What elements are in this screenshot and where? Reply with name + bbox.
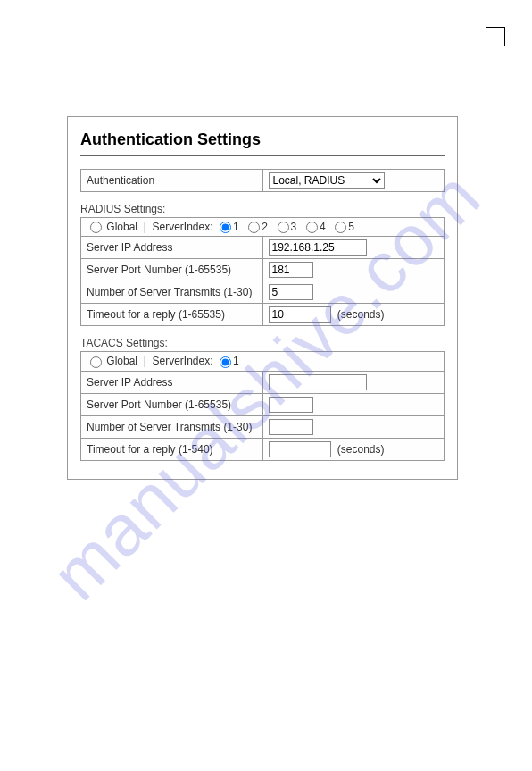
radius-serverindex-radio-1[interactable] <box>220 222 231 233</box>
radius-opt-1: 1 <box>233 221 239 233</box>
radius-timeout-row: Timeout for a reply (1-65535) (seconds) <box>81 304 445 326</box>
authentication-select[interactable]: Local, RADIUS <box>269 172 385 189</box>
tacacs-timeout-row: Timeout for a reply (1-540) (seconds) <box>81 438 445 460</box>
tacacs-transmits-row: Number of Server Transmits (1-30) <box>81 415 445 438</box>
authentication-table: Authentication Local, RADIUS <box>80 169 445 192</box>
tacacs-table: Global | ServerIndex: 1 Server IP Addres… <box>80 351 445 460</box>
tacacs-ip-row: Server IP Address <box>81 371 445 393</box>
radius-timeout-label: Timeout for a reply (1-65535) <box>81 304 263 326</box>
authentication-row: Authentication Local, RADIUS <box>81 170 445 192</box>
radius-index-row: Global | ServerIndex: 1 2 3 4 5 <box>81 218 445 237</box>
radius-transmits-label: Number of Server Transmits (1-30) <box>81 281 263 304</box>
radius-opt-4: 4 <box>320 221 326 233</box>
tacacs-ip-input[interactable] <box>269 374 367 390</box>
radius-global-radio[interactable] <box>90 222 102 233</box>
radius-timeout-input[interactable] <box>269 306 331 323</box>
radius-table: Global | ServerIndex: 1 2 3 4 5 Server I… <box>80 217 445 326</box>
radius-port-row: Server Port Number (1-65535) <box>81 259 445 281</box>
tacacs-port-input[interactable] <box>269 397 313 413</box>
radius-section-label: RADIUS Settings: <box>80 203 445 215</box>
radius-serverindex-radio-5[interactable] <box>335 222 346 233</box>
tacacs-port-label: Server Port Number (1-65535) <box>81 393 263 415</box>
radius-serverindex-radio-4[interactable] <box>306 222 318 233</box>
tacacs-global-radio[interactable] <box>90 356 102 368</box>
radius-transmits-input[interactable] <box>269 284 313 300</box>
radius-serverindex-radio-2[interactable] <box>248 222 260 233</box>
radius-timeout-units: (seconds) <box>337 308 385 321</box>
tacacs-serverindex-label: ServerIndex: <box>153 355 213 367</box>
authentication-label: Authentication <box>81 170 263 192</box>
tacacs-global-label: Global <box>106 355 137 367</box>
radius-transmits-row: Number of Server Transmits (1-30) <box>81 281 445 304</box>
tacacs-index-row: Global | ServerIndex: 1 <box>81 352 445 371</box>
tacacs-transmits-input[interactable] <box>269 419 313 435</box>
radius-opt-2: 2 <box>262 221 268 233</box>
radius-serverindex-radio-3[interactable] <box>278 222 289 233</box>
radius-opt-3: 3 <box>291 221 297 233</box>
radius-ip-input[interactable] <box>269 239 367 256</box>
radius-port-label: Server Port Number (1-65535) <box>81 259 263 281</box>
radius-ip-label: Server IP Address <box>81 237 263 259</box>
tacacs-serverindex-radio-1[interactable] <box>220 356 231 368</box>
page-title: Authentication Settings <box>80 130 445 156</box>
tacacs-port-row: Server Port Number (1-65535) <box>81 393 445 415</box>
settings-panel: Authentication Settings Authentication L… <box>67 116 458 480</box>
radius-ip-row: Server IP Address <box>81 237 445 259</box>
tacacs-opt-1: 1 <box>233 355 239 367</box>
radius-global-label: Global <box>106 221 137 233</box>
radius-serverindex-label: ServerIndex: <box>153 221 213 233</box>
separator: | <box>144 355 146 367</box>
separator: | <box>144 221 146 233</box>
tacacs-timeout-label: Timeout for a reply (1-540) <box>81 438 263 460</box>
tacacs-timeout-units: (seconds) <box>337 443 385 456</box>
crop-mark <box>486 27 505 46</box>
tacacs-timeout-input[interactable] <box>269 441 331 457</box>
tacacs-ip-label: Server IP Address <box>81 371 263 393</box>
tacacs-section-label: TACACS Settings: <box>80 337 445 349</box>
radius-port-input[interactable] <box>269 262 313 278</box>
tacacs-transmits-label: Number of Server Transmits (1-30) <box>81 415 263 438</box>
radius-opt-5: 5 <box>348 221 354 233</box>
